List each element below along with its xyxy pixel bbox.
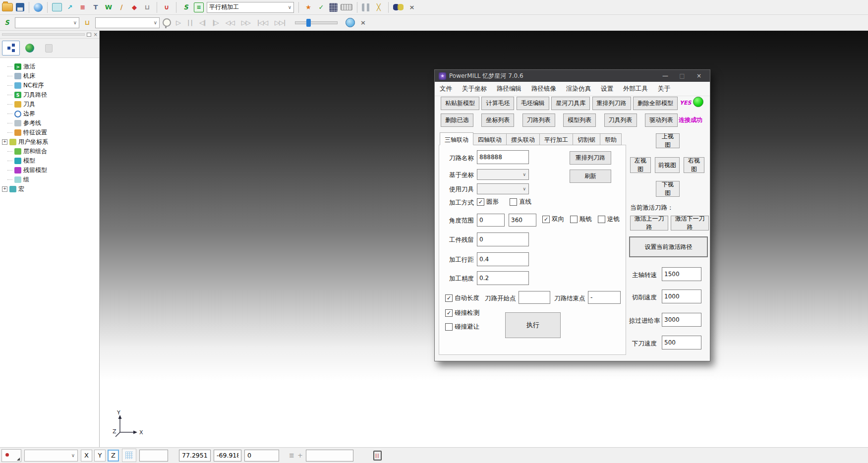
step-forward-icon[interactable]: |▷ <box>210 18 220 28</box>
xyz-list-icon[interactable]: ≣ <box>289 452 294 459</box>
action-button[interactable]: 驱动列表 <box>645 114 678 127</box>
sim-close-icon[interactable]: × <box>358 18 368 28</box>
action-button[interactable]: 星河刀具库 <box>551 97 590 110</box>
bottom-view-button[interactable]: 下视图 <box>656 181 680 197</box>
open-file-icon[interactable] <box>2 3 13 11</box>
menu-item[interactable]: 路径编辑 <box>492 85 526 93</box>
locate-point-icon[interactable]: + <box>297 452 303 459</box>
dialog-titlebar[interactable]: PowerMILL 忆梦星河 7.0.6 — □ × <box>435 70 710 82</box>
skim-feed-input[interactable] <box>662 313 701 327</box>
calculator-icon[interactable] <box>329 3 338 12</box>
bidirectional-checkbox[interactable]: 双向 <box>542 215 564 224</box>
tab-切割锯[interactable]: 切割锯 <box>573 133 600 145</box>
strategy-list-icon[interactable]: ≡ <box>194 2 204 12</box>
arc-lead-tool-icon[interactable]: ∪ <box>162 2 172 12</box>
panel-dock-header[interactable]: × <box>0 31 99 39</box>
tab-摆头联动[interactable]: 摆头联动 <box>507 133 540 145</box>
slider-thumb[interactable] <box>306 19 311 27</box>
rearrange-toolpath-button[interactable]: 重排列刀路 <box>570 151 611 165</box>
toolbar-close-icon[interactable]: × <box>407 2 417 12</box>
close-panel-icon[interactable]: × <box>92 32 99 37</box>
grid-toggle-button[interactable] <box>122 449 136 462</box>
action-button[interactable]: 刀路列表 <box>522 114 555 127</box>
toolpath-icon[interactable]: S <box>181 2 191 12</box>
tree-item[interactable]: 残留模型 <box>2 166 99 175</box>
grid-size-input[interactable] <box>139 450 168 462</box>
base-coord-select[interactable] <box>477 169 529 180</box>
action-button[interactable]: 粘贴新模型 <box>441 97 479 110</box>
coordinate-y-input[interactable] <box>214 450 241 462</box>
tab-三轴联动[interactable]: 三轴联动 <box>440 132 473 145</box>
go-start-icon[interactable]: |◁◁ <box>255 18 270 28</box>
left-view-button[interactable]: 左视图 <box>630 157 651 173</box>
tree-item[interactable]: +宏 <box>2 184 99 194</box>
front-view-button[interactable]: 前视图 <box>655 157 680 173</box>
activate-prev-toolpath-button[interactable]: 激活上一刀路 <box>630 216 668 231</box>
tree-item[interactable]: 组 <box>2 175 99 184</box>
tree-item[interactable]: +用户坐标系 <box>2 137 99 147</box>
tab-帮助[interactable]: 帮助 <box>600 133 622 145</box>
action-button[interactable]: 删除全部模型 <box>633 97 678 110</box>
mode-line-checkbox[interactable]: 直线 <box>510 198 531 206</box>
spindle-speed-input[interactable] <box>662 267 701 281</box>
angle-to-input[interactable] <box>509 214 536 227</box>
collision-avoid-checkbox[interactable]: 碰撞避让 <box>445 323 479 331</box>
angle-from-input[interactable] <box>477 214 505 227</box>
mode-circle-checkbox[interactable]: 圆形 <box>477 198 499 206</box>
tool-icon[interactable]: ⊔ <box>82 18 92 28</box>
action-button[interactable]: 模型列表 <box>563 114 596 127</box>
measure-input[interactable] <box>306 450 353 462</box>
tool-pair-icon[interactable] <box>362 3 371 11</box>
maximize-icon[interactable]: □ <box>675 72 689 79</box>
close-icon[interactable]: × <box>692 72 706 79</box>
action-button[interactable]: 刀具列表 <box>604 114 637 127</box>
rapid-height-icon[interactable]: ↗ <box>65 2 75 12</box>
tree-item[interactable]: 参考线 <box>2 118 99 128</box>
use-tool-select[interactable] <box>477 183 529 194</box>
plunge-feed-input[interactable] <box>662 336 701 349</box>
clipboard-pause-icon[interactable]: || <box>373 451 382 461</box>
tool-favorite-icon[interactable]: ★ <box>303 2 313 12</box>
tool-verify-icon[interactable]: ✓ <box>316 2 326 12</box>
climb-mill-checkbox[interactable]: 顺铣 <box>570 215 592 224</box>
action-button[interactable]: 删除已选 <box>441 114 473 127</box>
tab-四轴联动[interactable]: 四轴联动 <box>473 133 507 145</box>
tree-item[interactable]: 特征设置 <box>2 128 99 137</box>
float-panel-icon[interactable] <box>87 33 91 37</box>
workplane-combo[interactable] <box>24 450 78 462</box>
tool-combo[interactable]: ∨ <box>95 17 160 28</box>
ruler-icon[interactable] <box>341 4 352 10</box>
sim-speed-slider[interactable] <box>295 21 338 24</box>
tool-holder-icon[interactable]: ⊔ <box>142 2 152 12</box>
light-icon[interactable] <box>163 18 171 27</box>
rewind-icon[interactable]: ◁◁ <box>224 18 236 28</box>
shaded-view-icon[interactable] <box>34 3 43 12</box>
menu-item[interactable]: 关于坐标 <box>457 85 492 93</box>
coordinate-x-input[interactable] <box>179 450 211 462</box>
cutting-feed-input[interactable] <box>662 289 701 303</box>
tree-item[interactable]: 模型 <box>2 156 99 166</box>
start-point-input[interactable] <box>519 291 550 304</box>
tolerance-input[interactable] <box>477 271 529 285</box>
recycle-tab[interactable] <box>40 41 58 56</box>
ball-tool-icon[interactable]: T <box>91 2 101 12</box>
expand-icon[interactable]: + <box>2 186 7 192</box>
collision-check-icon[interactable] <box>393 3 404 12</box>
menu-item[interactable]: 文件 <box>435 85 457 93</box>
coordinate-z-input[interactable] <box>244 450 279 462</box>
set-active-path-button[interactable]: 设置当前激活路径 <box>629 236 708 257</box>
action-button[interactable]: 毛坯编辑 <box>517 97 549 110</box>
go-end-icon[interactable]: ▷▷| <box>273 18 287 28</box>
menu-item[interactable]: 渲染仿真 <box>561 85 596 93</box>
toolpath-name-input[interactable] <box>477 150 529 164</box>
tree-item[interactable]: >激活 <box>2 62 99 71</box>
auto-length-checkbox[interactable]: 自动长度 <box>445 294 479 302</box>
axis-lock-z[interactable]: Z <box>108 450 119 462</box>
collision-check-checkbox[interactable]: 碰撞检测 <box>445 309 479 317</box>
conventional-mill-checkbox[interactable]: 逆铣 <box>598 215 620 224</box>
sim-speed-icon[interactable] <box>346 18 355 27</box>
strategy-combo[interactable]: 平行精加工∨ <box>207 2 294 13</box>
cursor-mode-button[interactable] <box>1 449 21 462</box>
tree-item[interactable]: 机床 <box>2 71 99 81</box>
menu-item[interactable]: 路径镜像 <box>526 85 561 93</box>
